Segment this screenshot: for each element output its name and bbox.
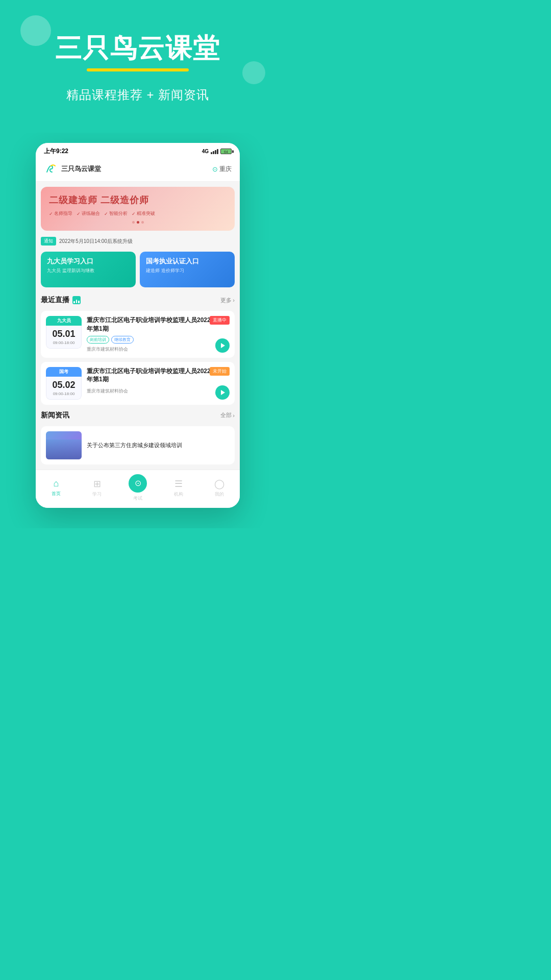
live-title-1: 重庆市江北区电子职业培训学校监理人员2022年第1期: [87, 316, 214, 333]
banner-features: ✓ 名师指导 ✓ 讲练融合 ✓ 智能分析 ✓ 精准突破: [49, 210, 227, 217]
play-button-2[interactable]: [215, 385, 230, 400]
live-chart-icon: [72, 296, 81, 304]
live-date-card-2: 国考 05.02 09:00-18:00: [46, 367, 82, 400]
nav-label-home: 首页: [52, 491, 61, 497]
nav-label-org: 机构: [174, 491, 183, 498]
banner-feature-3: ✓ 智能分析: [104, 210, 128, 217]
study-icon: ⊞: [93, 478, 101, 489]
live-section-header: 最近直播 更多 ›: [41, 293, 235, 307]
app-logo-text: 三只鸟云课堂: [61, 164, 101, 174]
nav-item-org[interactable]: ☰ 机构: [158, 478, 199, 498]
hero-title-underline: [87, 68, 189, 71]
phone-content: 二级建造师 二级造价师 ✓ 名师指导 ✓ 讲练融合 ✓ 智能分析 ✓ 精准突破 …: [36, 182, 240, 470]
live-date-tag-2: 国考: [46, 367, 82, 377]
news-more-arrow-icon: ›: [233, 412, 235, 419]
notice-badge: 通知: [41, 237, 56, 246]
news-thumbnail-1: [46, 431, 82, 459]
nav-label-exam: 考试: [133, 495, 142, 502]
exam-icon: ⊙: [135, 478, 141, 488]
app-logo: 三只鸟云课堂: [44, 162, 101, 176]
battery-level: 64: [224, 150, 228, 153]
banner-feature-4: ✓ 精准突破: [132, 210, 155, 217]
banner[interactable]: 二级建造师 二级造价师 ✓ 名师指导 ✓ 讲练融合 ✓ 智能分析 ✓ 精准突破: [41, 187, 235, 231]
bottom-nav: ⌂ 首页 ⊞ 学习 ⊙ 考试 ☰ 机构 ◯ 我的: [36, 470, 240, 508]
hero-section: 三只鸟云课堂 精品课程推荐 + 新闻资讯: [0, 0, 276, 133]
live-title-2: 重庆市江北区电子职业培训学校监理人员2022年第1期: [87, 367, 214, 384]
play-triangle-icon-1: [221, 343, 225, 348]
entry-row: 九大员学习入口 九大员 监理新训与继教 国考执业认证入口 建造师 造价师学习: [41, 252, 235, 287]
network-text: 4G: [202, 149, 209, 154]
live-org-1: 重庆市建筑材料协会: [87, 346, 214, 353]
banner-dot-1: [132, 221, 135, 224]
play-triangle-icon-2: [221, 390, 225, 395]
home-icon: ⌂: [54, 478, 59, 489]
news-section-title: 新闻资讯: [41, 411, 69, 420]
live-tag-1-b: 继续教育: [111, 336, 134, 344]
entry-btn-national-subtitle: 建造师 造价师学习: [146, 267, 229, 274]
live-badge-pending-2: 未开始: [210, 367, 230, 376]
notice-text: 2022年5月10日14:00后系统升级: [59, 238, 133, 245]
banner-title: 二级建造师 二级造价师: [49, 194, 227, 206]
profile-icon: ◯: [214, 478, 224, 489]
live-date-time-1: 09:00-18:00: [48, 340, 79, 345]
live-date-tag-1: 九大员: [46, 316, 82, 326]
nav-item-profile[interactable]: ◯ 我的: [199, 478, 240, 498]
live-date-card-1: 九大员 05.01 09:00-18:00: [46, 316, 82, 349]
entry-btn-nine-subtitle: 九大员 监理新训与继教: [47, 267, 130, 274]
live-org-2: 重庆市建筑材料协会: [87, 388, 214, 395]
live-info-1: 重庆市江北区电子职业培训学校监理人员2022年第1期 岗前培训 继续教育 重庆市…: [87, 316, 230, 353]
nav-item-study[interactable]: ⊞ 学习: [77, 478, 117, 498]
entry-btn-nine-title: 九大员学习入口: [47, 257, 130, 266]
news-thumb-inner-1: [46, 439, 82, 459]
live-more-button[interactable]: 更多 ›: [220, 297, 235, 304]
live-tag-1-a: 岗前培训: [87, 336, 109, 344]
banner-dots: [49, 221, 227, 224]
news-section: 新闻资讯 全部 › 关于公布第三方住房城乡建设领域培训: [41, 409, 235, 464]
live-date-body-1: 05.01 09:00-18:00: [46, 326, 82, 349]
live-date-num-1: 05.01: [48, 329, 79, 339]
nav-label-study: 学习: [92, 491, 102, 498]
phone-mockup: 上午9:22 4G 64 三只鸟云: [36, 143, 240, 508]
org-icon: ☰: [174, 478, 183, 489]
hero-title: 三只鸟云课堂: [15, 31, 260, 66]
news-more-button[interactable]: 全部 ›: [220, 411, 235, 419]
live-date-time-2: 09:00-18:00: [48, 391, 79, 396]
status-bar: 上午9:22 4G 64: [36, 143, 240, 158]
live-badge-active-1: 直播中: [210, 316, 230, 325]
location-pin-icon: ⊙: [212, 165, 218, 173]
entry-btn-national[interactable]: 国考执业认证入口 建造师 造价师学习: [140, 252, 235, 287]
notice-bar: 通知 2022年5月10日14:00后系统升级: [41, 235, 235, 248]
status-icons: 4G 64: [202, 149, 232, 154]
live-more-arrow-icon: ›: [233, 297, 235, 303]
live-date-body-2: 05.02 09:00-18:00: [46, 377, 82, 400]
phone-mockup-container: 上午9:22 4G 64 三只鸟云: [0, 133, 276, 528]
exam-icon-wrapper: ⊙: [129, 474, 147, 493]
play-button-1[interactable]: [215, 338, 230, 353]
status-time: 上午9:22: [44, 147, 68, 156]
signal-icon: [211, 149, 218, 154]
live-date-num-2: 05.02: [48, 380, 79, 390]
banner-feature-1: ✓ 名师指导: [49, 210, 72, 217]
entry-btn-national-title: 国考执业认证入口: [146, 257, 229, 266]
battery-icon: 64: [220, 149, 232, 154]
live-title-row: 最近直播: [41, 296, 81, 305]
live-card-2[interactable]: 未开始 国考 05.02 09:00-18:00 重庆市江北区电子职业培训学校监…: [41, 362, 235, 405]
banner-feature-2: ✓ 讲练融合: [77, 210, 100, 217]
live-card-1[interactable]: 直播中 九大员 05.01 09:00-18:00 重庆市江北区电子职业培训学校…: [41, 311, 235, 358]
news-section-header: 新闻资讯 全部 ›: [41, 409, 235, 422]
news-card-1[interactable]: 关于公布第三方住房城乡建设领域培训: [41, 426, 235, 464]
hero-subtitle: 精品课程推荐 + 新闻资讯: [15, 87, 260, 103]
location-text: 重庆: [219, 165, 232, 174]
nav-item-exam[interactable]: ⊙ 考试: [117, 474, 158, 502]
nav-item-home[interactable]: ⌂ 首页: [36, 478, 77, 497]
live-info-2: 重庆市江北区电子职业培训学校监理人员2022年第1期 重庆市建筑材料协会: [87, 367, 230, 395]
live-section-title: 最近直播: [41, 296, 69, 305]
banner-dot-3: [141, 221, 144, 224]
news-title-1: 关于公布第三方住房城乡建设领域培训: [87, 441, 182, 450]
app-location[interactable]: ⊙ 重庆: [212, 165, 232, 174]
live-tags-1: 岗前培训 继续教育: [87, 336, 214, 344]
app-logo-icon: [44, 162, 58, 176]
nav-label-profile: 我的: [215, 491, 224, 498]
entry-btn-nine[interactable]: 九大员学习入口 九大员 监理新训与继教: [41, 252, 136, 287]
app-header: 三只鸟云课堂 ⊙ 重庆: [36, 158, 240, 182]
